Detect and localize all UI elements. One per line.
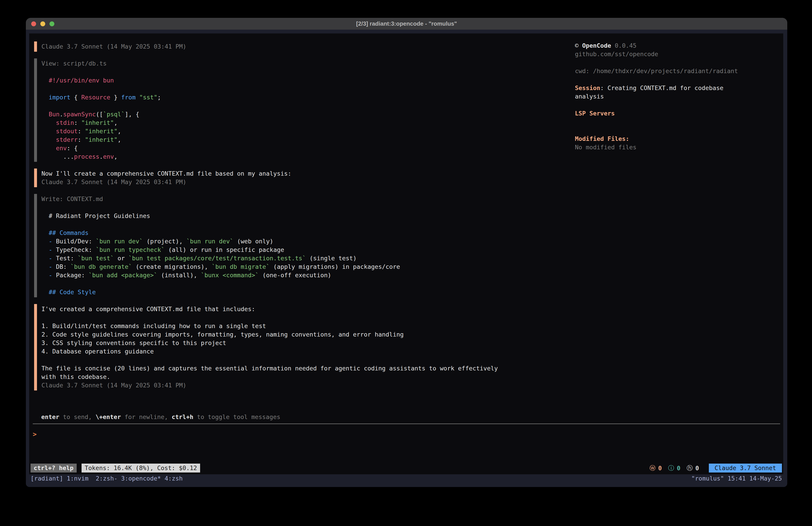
warnings-count: 0	[658, 465, 662, 472]
terminal-content: Claude 3.7 Sonnet (14 May 2025 03:41 PM)…	[29, 33, 783, 474]
text-line	[41, 203, 575, 212]
text-segment: -	[49, 255, 52, 262]
tmux-window-item[interactable]: 1:nvim	[67, 474, 96, 483]
text-segment: `bun db migrate`	[212, 263, 270, 270]
text-segment: env	[56, 145, 67, 152]
text-segment: Resource	[81, 94, 110, 101]
text-line	[575, 126, 783, 134]
terminal-window: [2/3] radiant:3:opencode - "romulus" Cla…	[26, 18, 787, 487]
close-button[interactable]	[31, 22, 36, 26]
prompt-symbol: >	[33, 430, 37, 438]
text-line: Now I'll create a comprehensive CONTEXT.…	[41, 169, 575, 178]
text-segment: \+enter	[96, 413, 121, 420]
tmux-session-name: [radiant]	[30, 474, 67, 483]
text-line	[41, 313, 575, 322]
text-segment	[41, 128, 56, 134]
text-line: ## Code Style	[41, 288, 575, 296]
text-segment: -	[49, 238, 52, 245]
text-segment: ,	[117, 128, 121, 134]
diagnostics-counters: ⓦ0ⓘ0ⓗ0	[650, 464, 699, 472]
text-line: Claude 3.7 Sonnet (14 May 2025 03:41 PM)	[41, 381, 575, 389]
text-line: with this codebase.	[41, 373, 575, 381]
text-segment: `psql`	[103, 111, 125, 118]
text-segment: process	[74, 153, 99, 160]
hints-diagnostic: ⓗ0	[686, 464, 699, 472]
hints-icon: ⓗ	[686, 464, 693, 472]
text-line: Session: Creating CONTEXT.md for codebas…	[575, 84, 783, 92]
text-segment: cwd: /home/thdxr/dev/projects/radiant/ra…	[575, 68, 738, 74]
text-segment	[41, 272, 49, 279]
text-line	[575, 101, 783, 109]
tmux-window-item[interactable]: 4:zsh	[164, 474, 183, 483]
model-badge[interactable]: Claude 3.7 Sonnet	[709, 464, 782, 472]
text-line: I've created a comprehensive CONTEXT.md …	[41, 305, 575, 313]
text-segment: Claude 3.7 Sonnet (14 May 2025 03:41 PM)	[41, 43, 186, 50]
text-segment: `bun add <package>`	[88, 272, 157, 279]
text-line	[41, 85, 575, 93]
minimize-button[interactable]	[40, 22, 45, 26]
text-segment: from	[121, 94, 136, 101]
text-segment	[41, 263, 49, 270]
text-line: github.com/sst/opencode	[575, 50, 783, 58]
warnings-icon: ⓦ	[650, 464, 656, 472]
text-segment: 3. CSS styling conventions specific to t…	[41, 339, 226, 346]
text-segment: No modified files	[575, 144, 636, 151]
tool-accent-bar	[34, 194, 37, 297]
text-line: cwd: /home/thdxr/dev/projects/radiant/ra…	[575, 67, 783, 75]
text-line: Bun.spawnSync([`psql`], {	[41, 110, 575, 118]
message-lines: I've created a comprehensive CONTEXT.md …	[41, 304, 575, 390]
text-line	[41, 220, 575, 229]
text-segment: Now I'll create a comprehensive CONTEXT.…	[41, 170, 291, 177]
text-segment: Package:	[52, 272, 89, 279]
keybinding-hints: enter to send, \+enter for newline, ctrl…	[29, 413, 783, 421]
text-line: The file is concise (20 lines) and captu…	[41, 364, 575, 373]
maximize-button[interactable]	[49, 22, 54, 26]
tmux-window-item[interactable]: 3:opencode*	[121, 474, 164, 483]
help-badge[interactable]: ctrl+? help	[30, 464, 77, 472]
text-line	[41, 102, 575, 110]
text-segment: (one-off execution)	[259, 272, 331, 279]
text-segment: Claude 3.7 Sonnet (14 May 2025 03:41 PM)	[41, 382, 186, 389]
message-lines: View: script/db.ts #!/usr/bin/env bun im…	[41, 58, 575, 162]
status-bar: ctrl+? help Tokens: 16.4K (8%), Cost: $0…	[29, 464, 783, 474]
text-segment: `bun test packages/core/test/transaction…	[128, 255, 306, 262]
text-segment: {	[70, 94, 81, 101]
text-segment	[41, 145, 56, 152]
text-line: ## Commands	[41, 229, 575, 237]
text-segment: ## Commands	[41, 229, 88, 236]
message-lines: Claude 3.7 Sonnet (14 May 2025 03:41 PM)	[41, 41, 575, 52]
desktop: { "palette": { "bg": "#000000", "window_…	[0, 0, 812, 526]
text-segment: (install),	[157, 272, 201, 279]
assistant-message: Claude 3.7 Sonnet (14 May 2025 03:41 PM)	[34, 41, 575, 52]
text-segment: ,	[114, 153, 117, 160]
tmux-status-bar: [radiant] 1:nvim 2:zsh- 3:opencode* 4:zs…	[29, 474, 783, 483]
message-lines: Write: CONTEXT.md # Radiant Project Guid…	[41, 194, 575, 297]
text-segment: stdout	[56, 128, 78, 134]
text-line: No modified files	[575, 143, 783, 152]
text-line: View: script/db.ts	[41, 59, 575, 68]
text-line: stdout: "inherit",	[41, 127, 575, 136]
text-line: LSP Servers	[575, 109, 783, 118]
text-segment: :	[78, 128, 85, 134]
tmux-window-item[interactable]: 2:zsh-	[96, 474, 121, 483]
text-segment: with this codebase.	[41, 373, 110, 380]
window-titlebar[interactable]: [2/3] radiant:3:opencode - "romulus"	[26, 18, 787, 30]
text-segment: -	[49, 263, 52, 270]
text-segment	[41, 111, 49, 118]
text-segment: github.com/sst/opencode	[575, 51, 658, 57]
text-segment: (single test)	[306, 255, 357, 262]
text-segment: Modified Files:	[575, 135, 629, 142]
text-segment	[136, 94, 139, 101]
assistant-accent-bar	[34, 169, 37, 187]
prompt-input[interactable]: >	[29, 424, 783, 464]
text-segment: Session	[575, 84, 600, 91]
text-segment: `bun run dev`	[186, 238, 233, 245]
text-line	[575, 118, 783, 126]
text-segment: :	[78, 136, 85, 143]
text-segment: or	[114, 255, 128, 262]
text-line: Modified Files:	[575, 134, 783, 143]
text-segment: OpenCode	[582, 42, 611, 49]
text-line: 4. Database operations guidance	[41, 347, 575, 356]
status-left: ctrl+? help Tokens: 16.4K (8%), Cost: $0…	[30, 464, 200, 472]
status-right: ⓦ0ⓘ0ⓗ0 Claude 3.7 Sonnet	[650, 464, 782, 472]
